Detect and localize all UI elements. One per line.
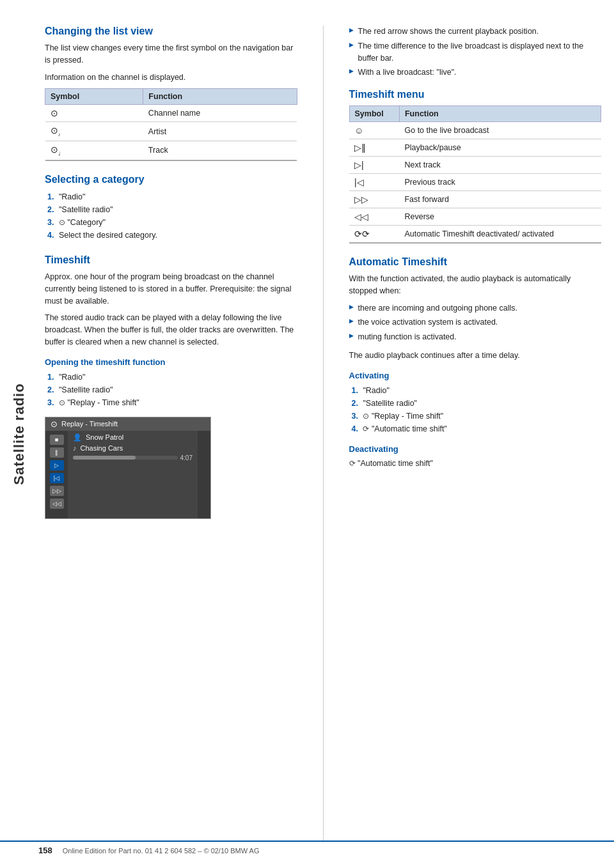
list-item: 3. ⊙ "Category": [45, 216, 297, 229]
sym-prev: |◁: [349, 174, 399, 191]
list-item: 4. ⟳ "Automatic time shift": [349, 422, 602, 435]
func-ff: Fast forward: [399, 191, 601, 208]
table-row: ⊙ Channel name: [45, 105, 297, 122]
auto-timeshift-body: With the function activated, the audio p…: [349, 273, 602, 297]
sidebar: Satellite radio: [0, 0, 38, 868]
ctrl-next: ▷▷: [50, 486, 64, 496]
table-row: ☺ Go to the live broadcast: [349, 122, 601, 139]
bullet-item: there are incoming and outgoing phone ca…: [349, 302, 602, 314]
footer-text: Online Edition for Part no. 01 41 2 604 …: [63, 847, 260, 855]
function-channel: Channel name: [143, 105, 297, 122]
func-live: Go to the live broadcast: [399, 122, 601, 139]
subsection-title-opening: Opening the timeshift function: [45, 357, 297, 367]
track-icon-2: ♪: [73, 444, 77, 452]
body-text-1-2: Information on the channel is displayed.: [45, 72, 297, 84]
main-content: Changing the list view The list view cha…: [38, 0, 614, 868]
section-title-3: Timeshift: [45, 254, 297, 266]
auto-timeshift-title: Automatic Timeshift: [349, 256, 602, 268]
selecting-category-list: 1. "Radio" 2. "Satellite radio" 3. ⊙ "Ca…: [45, 190, 297, 242]
table-row: ▷▷ Fast forward: [349, 191, 601, 208]
page-footer: 158 Online Edition for Part no. 01 41 2 …: [0, 841, 614, 855]
table-row: ⟳⟳ Automatic Timeshift deactivated/ acti…: [349, 226, 601, 244]
symbol-channel: ⊙: [45, 105, 143, 122]
bullet-item: With a live broadcast: "live".: [349, 66, 602, 79]
activating-list: 1. "Radio" 2. "Satellite radio" 3. ⊙ "Re…: [349, 384, 602, 435]
section-changing-list-view: Changing the list view The list view cha…: [45, 26, 297, 161]
sym-playpause: ▷‖: [349, 139, 399, 157]
list-item: 1. "Radio": [45, 371, 297, 384]
list-item: 3. ⊙ "Replay - Time shift": [349, 410, 602, 422]
body-text-1-1: The list view changes every time the fir…: [45, 42, 297, 66]
ctrl-prev: |◁: [50, 473, 64, 483]
table-row: ▷‖ Playback/pause: [349, 139, 601, 157]
table1-header-function: Function: [143, 89, 297, 105]
list-item: 3. ⊙ "Replay - Time shift": [45, 396, 297, 409]
screenshot-timeshift: ⊙ Replay - Timeshift ■ ‖ ▷ |◁ ▷▷ ◁◁: [45, 417, 211, 519]
opening-timeshift-list: 1. "Radio" 2. "Satellite radio" 3. ⊙ "Re…: [45, 371, 297, 409]
ctrl-stop: ■: [50, 435, 64, 445]
ctrl-rew: ◁◁: [50, 499, 64, 509]
screenshot-right-content: 👤 Snow Patrol ♪ Chasing Cars: [68, 431, 198, 518]
titlebar-text: Replay - Timeshift: [61, 420, 118, 428]
table-row: ⊙♩ Track: [45, 141, 297, 160]
section-selecting-category: Selecting a category 1. "Radio" 2. "Sate…: [45, 174, 297, 242]
track-artist: Snow Patrol: [86, 433, 123, 441]
sym-rew: ◁◁: [349, 208, 399, 226]
page-number: 158: [38, 846, 52, 855]
section-timeshift: Timeshift Approx. one hour of the progra…: [45, 254, 297, 519]
list-item: 4. Select the desired category.: [45, 229, 297, 242]
track-row-2: ♪ Chasing Cars: [73, 444, 193, 452]
activating-title: Activating: [349, 371, 602, 380]
list-item: 1. "Radio": [45, 190, 297, 203]
symbol-artist: ⊙♪: [45, 122, 143, 141]
deactivating-body: ⟳ "Automatic time shift": [349, 458, 602, 470]
section-auto-timeshift: Automatic Timeshift With the function ac…: [349, 256, 602, 470]
titlebar-icon: ⊙: [51, 419, 58, 429]
auto-timeshift-bullets: there are incoming and outgoing phone ca…: [349, 302, 602, 343]
section-title-1: Changing the list view: [45, 26, 297, 37]
function-track: Track: [143, 141, 297, 160]
function-artist: Artist: [143, 122, 297, 141]
timeshift-menu-title: Timeshift menu: [349, 89, 602, 100]
symbol-track: ⊙♩: [45, 141, 143, 160]
func-prev: Previous track: [399, 174, 601, 191]
sym-live: ☺: [349, 122, 399, 139]
list-item: 2. "Satellite radio": [45, 203, 297, 216]
track-title: Chasing Cars: [81, 444, 123, 452]
top-bullets: The red arrow shows the current playback…: [349, 26, 602, 79]
list-item: 2. "Satellite radio": [349, 397, 602, 410]
ctrl-pause: ‖: [50, 447, 64, 458]
auto-timeshift-body2: The audio playback continues after a tim…: [349, 350, 602, 362]
section-title-2: Selecting a category: [45, 174, 297, 185]
screenshot-body: ■ ‖ ▷ |◁ ▷▷ ◁◁ 👤 Snow Patrol: [45, 431, 210, 518]
track-icon-1: 👤: [73, 433, 82, 442]
sym-ff: ▷▷: [349, 191, 399, 208]
list-item: 2. "Satellite radio": [45, 384, 297, 396]
progress-time: 4:07: [180, 454, 193, 461]
table-row: ⊙♪ Artist: [45, 122, 297, 141]
right-column: The red arrow shows the current playback…: [349, 26, 602, 842]
table-row: |◁ Previous track: [349, 174, 601, 191]
bullet-item: muting function is activated.: [349, 331, 602, 343]
bullet-item: The red arrow shows the current playback…: [349, 26, 602, 38]
ctrl-play: ▷: [50, 460, 64, 470]
progress-row: 4:07: [73, 454, 193, 461]
column-divider: [323, 26, 324, 842]
screenshot-titlebar: ⊙ Replay - Timeshift: [45, 417, 210, 431]
table1-header-symbol: Symbol: [45, 89, 143, 105]
sym-next: ▷|: [349, 157, 399, 174]
progress-bar: [73, 456, 178, 460]
func-rew: Reverse: [399, 208, 601, 226]
page-container: Satellite radio Changing the list view T…: [0, 0, 614, 868]
sym-auto: ⟳⟳: [349, 226, 399, 244]
timeshift-body1: Approx. one hour of the program being br…: [45, 271, 297, 307]
list-item: 1. "Radio": [349, 384, 602, 397]
track-row-1: 👤 Snow Patrol: [73, 433, 193, 442]
table2-header-symbol: Symbol: [349, 106, 399, 122]
func-playpause: Playback/pause: [399, 139, 601, 157]
left-column: Changing the list view The list view cha…: [45, 26, 297, 842]
section-timeshift-menu: Timeshift menu Symbol Function ☺ Go to t…: [349, 89, 602, 244]
sidebar-label: Satellite radio: [11, 383, 28, 484]
left-controls: ■ ‖ ▷ |◁ ▷▷ ◁◁: [45, 431, 68, 518]
timeshift-menu-table: Symbol Function ☺ Go to the live broadca…: [349, 105, 602, 244]
